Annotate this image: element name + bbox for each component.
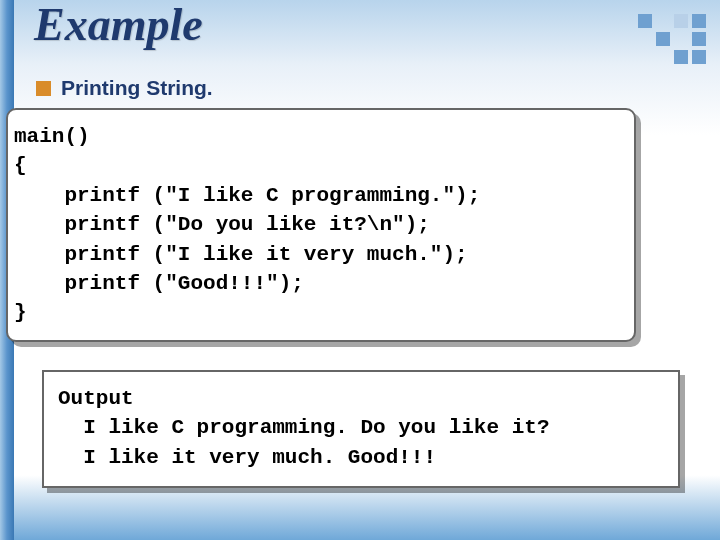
output-block: Output I like C programming. Do you like… [42,370,680,488]
code-block: main() { printf ("I like C programming."… [6,108,636,342]
bullet-icon [36,81,51,96]
corner-decoration [638,14,706,64]
slide-title: Example [34,0,203,51]
bullet-row: Printing String. [36,76,213,100]
bullet-text: Printing String. [61,76,213,100]
